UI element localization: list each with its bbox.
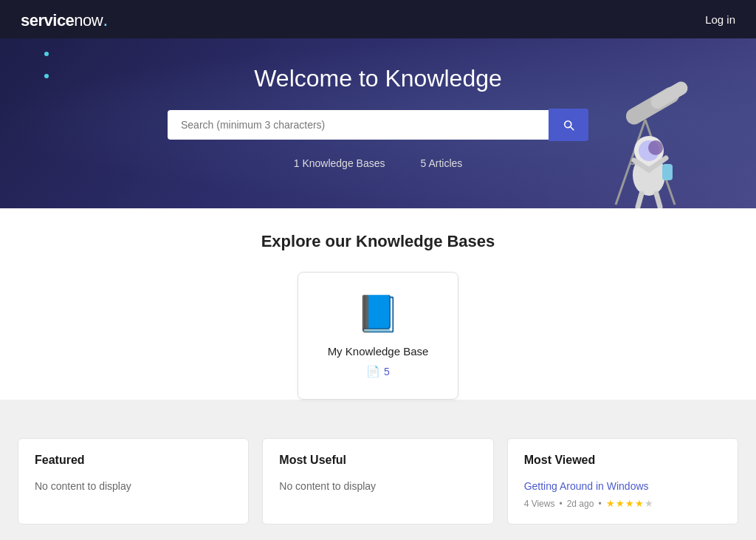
article-rating: ★★★★★ <box>606 498 654 509</box>
most-viewed-article-meta: 4 Views • 2d ago • ★★★★★ <box>524 498 721 509</box>
svg-line-11 <box>638 194 642 207</box>
knowledge-base-name: My Knowledge Base <box>328 345 429 358</box>
featured-panel: Featured No content to display <box>18 438 249 524</box>
main-content: Explore our Knowledge Bases 📘 My Knowled… <box>0 208 756 400</box>
login-button[interactable]: Log in <box>705 13 735 26</box>
most-viewed-article-link[interactable]: Getting Around in Windows <box>524 480 721 492</box>
search-bar <box>168 109 588 141</box>
svg-line-12 <box>656 194 660 207</box>
most-viewed-panel-title: Most Viewed <box>524 454 721 467</box>
hero-title: Welcome to Knowledge <box>0 65 756 92</box>
featured-empty-message: No content to display <box>35 480 232 492</box>
explore-section-title: Explore our Knowledge Bases <box>30 232 726 251</box>
hero-stats: 1 Knowledge Bases 5 Articles <box>0 157 756 169</box>
search-icon <box>562 118 575 131</box>
document-icon: 📄 <box>366 365 380 378</box>
meta-dot-2: • <box>598 499 601 509</box>
hero-banner: Welcome to Knowledge 1 Knowledge Bases 5… <box>0 38 756 208</box>
most-useful-empty-message: No content to display <box>279 480 476 492</box>
articles-stat[interactable]: 5 Articles <box>420 157 462 169</box>
logo: servicenow. <box>21 8 108 31</box>
knowledge-base-icon: 📘 <box>328 293 429 335</box>
knowledge-base-card[interactable]: 📘 My Knowledge Base 📄 5 <box>298 272 459 400</box>
bottom-panels: Featured No content to display Most Usef… <box>0 423 756 540</box>
most-useful-panel: Most Useful No content to display <box>262 438 493 524</box>
article-views: 4 Views <box>524 499 555 509</box>
knowledge-base-count[interactable]: 📄 5 <box>328 365 429 378</box>
svg-point-13 <box>648 140 663 155</box>
most-useful-panel-title: Most Useful <box>279 454 476 467</box>
most-viewed-panel: Most Viewed Getting Around in Windows 4 … <box>507 438 738 524</box>
search-button[interactable] <box>549 109 588 141</box>
meta-dot-1: • <box>559 499 562 509</box>
article-age: 2d ago <box>567 499 594 509</box>
featured-panel-title: Featured <box>35 454 232 467</box>
knowledge-bases-stat[interactable]: 1 Knowledge Bases <box>294 157 385 169</box>
top-navigation: servicenow. Log in <box>0 0 756 38</box>
search-input[interactable] <box>168 110 549 140</box>
knowledge-base-grid: 📘 My Knowledge Base 📄 5 <box>30 272 726 400</box>
